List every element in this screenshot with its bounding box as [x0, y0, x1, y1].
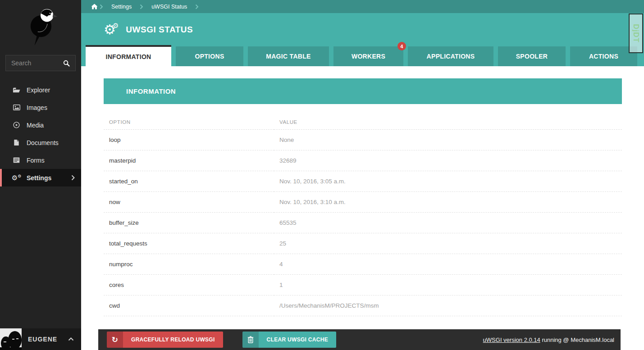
table-row: started_onNov. 10, 2016, 3:05 a.m.: [104, 171, 622, 192]
tab-information[interactable]: INFORMATION: [86, 45, 171, 66]
user-name: EUGENE: [28, 336, 68, 343]
tab-magic-table[interactable]: MAGIC TABLE: [248, 46, 329, 66]
sidebar-item-documents[interactable]: Documents: [0, 134, 81, 151]
reload-button-label: GRACEFULLY RELOAD UWSGI: [123, 332, 223, 348]
table-row: total_requests25: [104, 233, 622, 254]
home-icon[interactable]: [91, 4, 98, 9]
breadcrumb-separator-icon: [193, 4, 201, 9]
sidebar-item-label: Explorer: [27, 86, 50, 94]
djdt-handle-label: DjDT: [632, 24, 640, 42]
option-value: None: [274, 130, 622, 150]
table-row: loopNone: [104, 130, 622, 150]
uwsgi-version-link[interactable]: uWSGI version 2.0.14: [483, 336, 540, 343]
sidebar-item-label: Settings: [27, 174, 51, 182]
reload-uwsgi-button[interactable]: ↻ GRACEFULLY RELOAD UWSGI: [107, 332, 223, 348]
option-name: masterpid: [104, 150, 274, 171]
search-icon: [63, 60, 70, 67]
sidebar-item-label: Media: [27, 122, 44, 129]
folder-icon: [13, 87, 20, 93]
column-header-option: OPTION: [104, 118, 274, 130]
play-circle-icon: [13, 122, 20, 128]
clear-cache-button[interactable]: CLEAR UWSGI CACHE: [242, 332, 336, 348]
sidebar-nav: Explorer Images Media Documents Forms: [0, 81, 81, 186]
reload-icon: ↻: [107, 332, 123, 348]
table-row: cwd/Users/MechanisM/PROJECTS/msm: [104, 295, 622, 316]
option-name: now: [104, 192, 274, 213]
chevron-right-icon: [71, 175, 75, 181]
sidebar-item-label: Forms: [27, 157, 45, 164]
uwsgi-running-host: running @ MechanisM.local: [540, 336, 614, 343]
option-value: 1: [274, 275, 622, 295]
avatar: [0, 328, 22, 350]
django-debug-toolbar-handle[interactable]: DjDT: [629, 14, 643, 53]
document-icon: [13, 139, 20, 146]
option-value: 32689: [274, 150, 622, 171]
forms-icon: [13, 157, 20, 163]
breadcrumb-separator-icon: [98, 4, 105, 9]
option-value: Nov. 10, 2016, 3:05 a.m.: [274, 171, 622, 192]
option-value: Nov. 10, 2016, 3:10 a.m.: [274, 192, 622, 213]
option-value: 65535: [274, 213, 622, 233]
action-footer: ↻ GRACEFULLY RELOAD UWSGI CLEAR UWSGI CA…: [98, 329, 621, 350]
table-row: numproc4: [104, 254, 622, 275]
main-area: Settings uWSGI Status ⚙⚙ UWSGI STATUS IN…: [81, 0, 644, 350]
clear-button-label: CLEAR UWSGI CACHE: [259, 332, 336, 348]
table-row: nowNov. 10, 2016, 3:10 a.m.: [104, 192, 622, 213]
search-input[interactable]: [11, 59, 63, 67]
trash-icon: [242, 332, 259, 348]
sidebar: Explorer Images Media Documents Forms: [0, 0, 81, 350]
sidebar-item-settings[interactable]: ⚙⚙ Settings: [0, 169, 81, 186]
options-table-wrap: OPTION VALUE loopNone masterpid32689 sta…: [104, 118, 622, 329]
option-name: numproc: [104, 254, 274, 275]
options-table: OPTION VALUE loopNone masterpid32689 sta…: [104, 118, 622, 316]
option-name: buffer_size: [104, 213, 274, 233]
search-box: [5, 55, 76, 71]
chevron-up-icon: [68, 337, 74, 341]
tab-bar: INFORMATION OPTIONS MAGIC TABLE WORKERS …: [81, 46, 644, 66]
page-header: ⚙⚙ UWSGI STATUS: [81, 13, 644, 46]
sidebar-item-images[interactable]: Images: [0, 99, 81, 116]
sidebar-item-label: Documents: [27, 139, 59, 146]
table-row: buffer_size65535: [104, 213, 622, 233]
breadcrumb-uwsgi-status[interactable]: uWSGI Status: [145, 4, 193, 10]
tab-actions[interactable]: ACTIONS: [570, 46, 637, 66]
tab-workers[interactable]: WORKERS 4: [333, 46, 403, 66]
option-name: cores: [104, 275, 274, 295]
breadcrumb-separator-icon: [138, 4, 145, 9]
column-header-value: VALUE: [274, 118, 622, 130]
sidebar-item-label: Images: [27, 104, 47, 111]
sidebar-item-media[interactable]: Media: [0, 116, 81, 134]
sidebar-item-forms[interactable]: Forms: [0, 151, 81, 169]
option-name: total_requests: [104, 233, 274, 254]
table-row: cores1: [104, 275, 622, 295]
uwsgi-version-note: uWSGI version 2.0.14 running @ MechanisM…: [483, 336, 614, 343]
gears-icon: ⚙⚙: [13, 174, 20, 182]
tab-applications[interactable]: APPLICATIONS: [408, 46, 493, 66]
tab-options[interactable]: OPTIONS: [176, 46, 243, 66]
table-row: masterpid32689: [104, 150, 622, 171]
panel-title: INFORMATION: [104, 78, 622, 104]
option-name: loop: [104, 130, 274, 150]
breadcrumb-settings[interactable]: Settings: [105, 4, 138, 10]
workers-count-badge: 4: [397, 42, 406, 50]
tab-content-information: INFORMATION OPTION VALUE loopNone master…: [81, 66, 644, 350]
tab-spooler[interactable]: SPOOLER: [498, 46, 566, 66]
sidebar-item-explorer[interactable]: Explorer: [0, 81, 81, 99]
gears-icon: ⚙⚙: [104, 23, 119, 36]
option-value: 4: [274, 254, 622, 275]
page-title: UWSGI STATUS: [126, 25, 193, 35]
option-value: /Users/MechanisM/PROJECTS/msm: [274, 295, 622, 316]
image-icon: [13, 105, 20, 110]
bird-logo-icon: [23, 6, 59, 48]
user-menu[interactable]: EUGENE: [0, 328, 81, 350]
breadcrumb: Settings uWSGI Status: [81, 0, 644, 13]
app-logo: [0, 0, 81, 50]
option-value: 25: [274, 233, 622, 254]
option-name: started_on: [104, 171, 274, 192]
option-name: cwd: [104, 295, 274, 316]
